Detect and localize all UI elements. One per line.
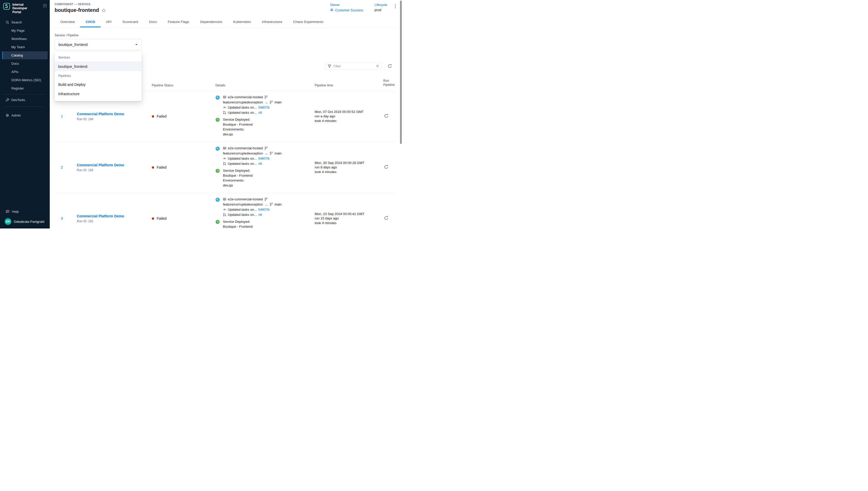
status-text: Failed	[157, 216, 166, 221]
environments-label: Environments:	[223, 178, 253, 183]
time-ago: run 15 days ago	[315, 216, 380, 221]
repo-name: e2e-commercial-hosted	[228, 197, 263, 201]
tab-kubernetes[interactable]: Kubernetes	[228, 17, 256, 27]
column-header-status: Pipeline Status	[152, 84, 213, 87]
favorite-star-icon[interactable]	[101, 8, 106, 12]
user-profile[interactable]: DP Debabrata Panigrahi	[3, 218, 46, 225]
sidebar-item-admin[interactable]: Admin	[2, 111, 48, 119]
user-name: Debabrata Panigrahi	[14, 220, 44, 224]
help-button[interactable]: Help	[3, 208, 46, 218]
sidebar-item-search[interactable]: Search	[2, 18, 48, 26]
pipeline-name-link[interactable]: Commercial Platform Demo	[77, 214, 152, 218]
repo-line: e2e-commercial-hosted	[223, 95, 282, 99]
source-branch: feature/corruptedexception	[223, 202, 263, 207]
run-number-link[interactable]: 1	[55, 114, 77, 118]
kebab-menu-button[interactable]	[395, 4, 396, 9]
apps-grid-icon[interactable]	[43, 4, 46, 8]
commit-link[interactable]: 54607b	[258, 106, 269, 110]
pipeline-time-cell: Mon, 07 Oct 2024 00:00:52 GMT run a day …	[315, 110, 380, 123]
owner-value-link[interactable]: Customer Success	[330, 8, 363, 12]
pr-link[interactable]: #8	[258, 213, 262, 217]
time-ago: run 8 days ago	[315, 165, 380, 170]
rerun-pipeline-button[interactable]	[384, 215, 389, 221]
tab-feature-flags[interactable]: Feature Flags	[162, 17, 194, 27]
tab-chaos-experiments[interactable]: Chaos Experiments	[288, 17, 329, 27]
run-number-link[interactable]: 2	[55, 165, 77, 169]
pr-line: Updated tasks on... #8	[223, 111, 282, 115]
owner-block: Owner Customer Success	[330, 3, 363, 12]
lifecycle-label: Lifecycle	[374, 3, 387, 7]
failed-status-dot	[152, 218, 154, 220]
repo-name: e2e-commercial-hosted	[228, 95, 263, 99]
sidebar-item-label: My Team	[11, 45, 25, 49]
chevron-down-icon	[135, 44, 138, 46]
portal-logo-icon	[3, 3, 10, 11]
repo-icon	[223, 198, 226, 201]
pr-link[interactable]: #8	[258, 162, 262, 166]
sidebar-item-dora-metrics[interactable]: DORA Metrics (SEI)	[2, 76, 48, 84]
service-pipeline-select[interactable]: boutique_frontend	[55, 39, 142, 50]
details-cell: e2e-commercial-hosted feature/corruptede…	[213, 197, 315, 229]
commit-link[interactable]: 54607b	[258, 208, 269, 212]
tab-dependencies[interactable]: Dependencies	[194, 17, 227, 27]
sidebar-item-apis[interactable]: APIs	[2, 68, 48, 76]
tab-scorecard[interactable]: Scorecard	[117, 17, 144, 27]
sidebar-divider	[3, 107, 45, 107]
user-avatar: DP	[5, 218, 11, 225]
sidebar-item-my-page[interactable]: My Page	[2, 27, 48, 34]
deploy-label: Service Deployed:	[223, 220, 253, 224]
cd-stage-icon	[215, 117, 220, 137]
sidebar-item-my-team[interactable]: My Team	[2, 43, 48, 51]
run-number-link[interactable]: 3	[55, 216, 77, 221]
sidebar-item-workflows[interactable]: Workflows	[2, 35, 48, 43]
environments-value: dev,qa	[223, 183, 253, 188]
filter-input[interactable]	[334, 64, 374, 68]
pr-message: Updated tasks on...	[228, 162, 257, 166]
help-chat-icon	[6, 210, 9, 213]
arrow-glyph: →	[265, 100, 268, 105]
sidebar-item-devtools[interactable]: DevTools	[2, 96, 48, 104]
column-header-run-pipeline: Run Pipeline	[380, 79, 396, 87]
refresh-table-button[interactable]	[388, 64, 392, 68]
table-row: 2 Commercial Platform Demo Run ID: 183 F…	[55, 142, 396, 193]
funnel-icon	[328, 64, 332, 68]
table-row: 3 Commercial Platform Demo Run ID: 182 F…	[55, 193, 396, 229]
dropdown-item-build-and-deploy[interactable]: Build and Deploy	[55, 80, 142, 89]
commit-link[interactable]: 54607b	[258, 156, 269, 161]
ci-stage-icon	[215, 95, 220, 115]
git-commit-icon	[223, 106, 226, 109]
run-id: Run ID: 184	[77, 117, 152, 121]
sidebar-item-docs[interactable]: Docs	[2, 60, 48, 67]
dropdown-group-services: Services	[55, 53, 142, 62]
scrollbar-thumb[interactable]	[400, 1, 402, 144]
tab-api[interactable]: API	[100, 17, 117, 27]
pipeline-name-link[interactable]: Commercial Platform Demo	[77, 112, 152, 116]
pr-line: Updated tasks on... #8	[223, 213, 282, 217]
deploy-service: Boutique - Frontend	[223, 122, 253, 127]
sidebar-item-catalog[interactable]: Catalog	[2, 51, 48, 59]
git-branch-icon	[270, 152, 273, 155]
rerun-pipeline-button[interactable]	[384, 113, 389, 118]
pr-link[interactable]: #8	[258, 111, 262, 115]
deploy-label: Service Deployed:	[223, 168, 253, 173]
tab-cicd[interactable]: CI/CD	[80, 17, 100, 27]
dropdown-item-infrastructure[interactable]: Infrastructure	[55, 89, 142, 98]
sidebar-item-label: APIs	[11, 70, 18, 74]
tab-docs[interactable]: Docs	[144, 17, 162, 27]
time-gmt: Mon, 30 Sep 2024 00:00:28 GMT	[315, 161, 380, 165]
sidebar-item-label: Register	[11, 86, 24, 90]
sidebar-item-register[interactable]: Register	[2, 84, 48, 92]
tab-overview[interactable]: Overview	[55, 17, 80, 27]
tab-infrastructure[interactable]: Infrastructure	[256, 17, 288, 27]
clear-filter-icon[interactable]	[376, 64, 379, 67]
sidebar-item-label: Catalog	[11, 53, 23, 57]
rerun-pipeline-button[interactable]	[384, 165, 389, 169]
portal-title: Internal Developer Portal	[12, 3, 35, 14]
pipeline-time-cell: Mon, 30 Sep 2024 00:00:28 GMT run 8 days…	[315, 161, 380, 174]
pr-message: Updated tasks on...	[228, 111, 257, 115]
sidebar-item-label: Workflows	[11, 37, 27, 41]
dropdown-item-boutique-frontend[interactable]: boutique_frontend	[55, 62, 142, 71]
pipeline-name-link[interactable]: Commercial Platform Demo	[77, 163, 152, 167]
deploy-service: Boutique - Frontend	[223, 173, 253, 178]
ci-stage-icon	[215, 146, 220, 166]
